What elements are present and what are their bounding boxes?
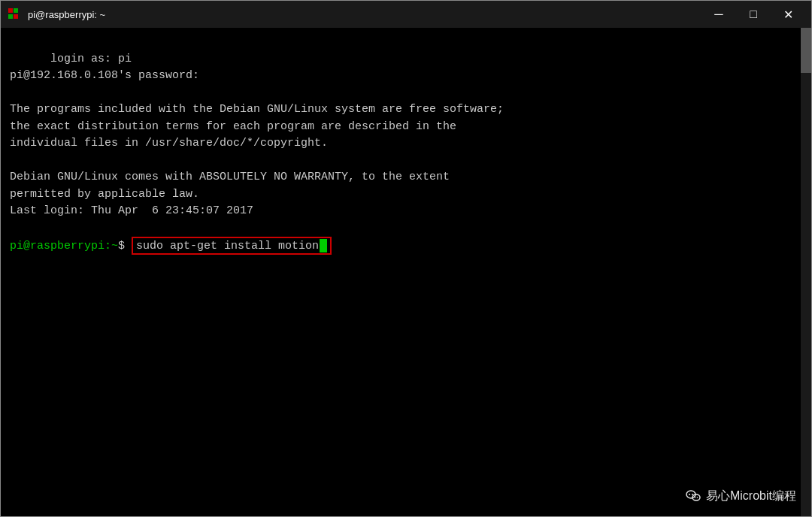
titlebar: pi@raspberrypi: ~ ─ □ ✕ [1, 1, 811, 28]
svg-point-5 [689, 494, 690, 495]
scrollbar[interactable] [801, 28, 811, 516]
window-title: pi@raspberrypi: ~ [28, 9, 701, 20]
command-text: sudo apt-get install motion [136, 240, 319, 252]
prompt-user: pi@raspberrypi [10, 240, 105, 252]
svg-rect-3 [14, 14, 18, 19]
prompt-dir: :~ [105, 240, 118, 252]
terminal-window: pi@raspberrypi: ~ ─ □ ✕ login as: pi pi@… [0, 0, 812, 517]
svg-point-6 [692, 494, 693, 495]
minimize-button[interactable]: ─ [701, 1, 736, 28]
svg-rect-0 [8, 8, 13, 13]
command-input-highlight: sudo apt-get install motion [132, 237, 332, 255]
terminal-body[interactable]: login as: pi pi@192.168.0.108's password… [1, 28, 811, 516]
app-icon [7, 7, 22, 22]
prompt-line: pi@raspberrypi :~ $ sudo apt-get install… [10, 237, 802, 255]
maximize-button[interactable]: □ [736, 1, 771, 28]
close-button[interactable]: ✕ [771, 1, 805, 28]
svg-rect-2 [8, 14, 13, 19]
terminal-output: login as: pi pi@192.168.0.108's password… [10, 34, 802, 237]
watermark: 易心Microbit编程 [685, 488, 796, 504]
svg-point-9 [697, 497, 698, 498]
svg-rect-1 [14, 8, 18, 13]
cursor [320, 239, 327, 252]
scrollbar-thumb[interactable] [801, 28, 811, 73]
wechat-icon [685, 488, 701, 504]
svg-point-8 [695, 497, 696, 498]
prompt-dollar: $ [118, 240, 125, 252]
window-controls: ─ □ ✕ [701, 1, 805, 28]
watermark-text: 易心Microbit编程 [706, 488, 796, 504]
